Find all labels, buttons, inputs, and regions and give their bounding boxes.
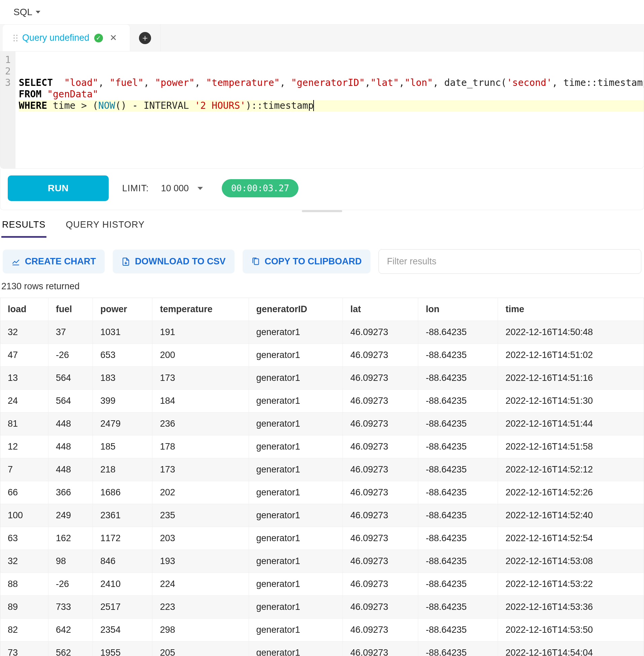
tab-results[interactable]: RESULTS — [1, 216, 46, 238]
column-header[interactable]: lon — [418, 298, 498, 321]
query-tab-active[interactable]: Query undefined ✓ ✕ — [3, 25, 130, 51]
sql-editor[interactable]: 123 SELECT "load", "fuel", "power", "tem… — [0, 51, 644, 169]
check-icon: ✓ — [94, 34, 103, 42]
table-cell: 46.09273 — [343, 413, 418, 435]
svg-rect-1 — [254, 259, 258, 264]
table-row[interactable]: 7448218173generator146.09273-88.64235202… — [0, 458, 644, 481]
table-cell: 46.09273 — [343, 619, 418, 641]
table-cell: 236 — [153, 413, 249, 435]
create-chart-label: CREATE CHART — [25, 256, 96, 267]
table-cell: 564 — [48, 390, 93, 413]
limit-value: 10 000 — [161, 183, 189, 194]
table-cell: generator1 — [249, 413, 343, 435]
table-cell: 2022-12-16T14:52:26 — [498, 481, 644, 504]
table-row[interactable]: 735621955205generator146.09273-88.642352… — [0, 641, 644, 656]
code-line[interactable]: SELECT "load", "fuel", "power", "tempera… — [19, 77, 644, 89]
code-line[interactable]: WHERE time > (NOW() - INTERVAL '2 HOURS'… — [19, 100, 644, 111]
table-row[interactable]: 3298846193generator146.09273-88.64235202… — [0, 550, 644, 573]
table-row[interactable]: 88-262410224generator146.09273-88.642352… — [0, 573, 644, 596]
run-button[interactable]: RUN — [8, 175, 109, 201]
table-cell: 100 — [0, 504, 48, 527]
table-row[interactable]: 32371031191generator146.09273-88.6423520… — [0, 321, 644, 344]
tab-query-history[interactable]: QUERY HISTORY — [65, 216, 146, 238]
table-cell: 88 — [0, 573, 48, 596]
column-header[interactable]: time — [498, 298, 644, 321]
copy-clipboard-button[interactable]: COPY TO CLIPBOARD — [243, 249, 371, 274]
table-cell: -88.64235 — [418, 573, 498, 596]
query-tabs: Query undefined ✓ ✕ ＋ — [0, 25, 644, 51]
table-row[interactable]: 814482479236generator146.09273-88.642352… — [0, 413, 644, 435]
table-cell: 46.09273 — [343, 458, 418, 481]
table-cell: -88.64235 — [418, 619, 498, 641]
table-cell: generator1 — [249, 367, 343, 390]
table-cell: 203 — [153, 527, 249, 550]
column-header[interactable]: generatorID — [249, 298, 343, 321]
table-cell: 399 — [93, 390, 153, 413]
table-cell: 448 — [48, 435, 93, 458]
limit-selector[interactable]: LIMIT: 10 000 — [122, 180, 208, 196]
table-cell: generator1 — [249, 390, 343, 413]
table-row[interactable]: 12448185178generator146.09273-88.6423520… — [0, 435, 644, 458]
table-cell: 98 — [48, 550, 93, 573]
table-cell: generator1 — [249, 321, 343, 344]
table-cell: 200 — [153, 344, 249, 367]
filter-results-input[interactable] — [378, 249, 641, 274]
table-row[interactable]: 24564399184generator146.09273-88.6423520… — [0, 390, 644, 413]
result-actions: CREATE CHART DOWNLOAD TO CSV COPY TO CLI… — [0, 238, 644, 278]
table-row[interactable]: 826422354298generator146.09273-88.642352… — [0, 619, 644, 641]
table-cell: generator1 — [249, 504, 343, 527]
table-cell: 224 — [153, 573, 249, 596]
table-header-row: loadfuelpowertemperaturegeneratorIDlatlo… — [0, 298, 644, 321]
column-header[interactable]: load — [0, 298, 48, 321]
table-cell: -88.64235 — [418, 481, 498, 504]
table-cell: generator1 — [249, 458, 343, 481]
table-row[interactable]: 631621172203generator146.09273-88.642352… — [0, 527, 644, 550]
code-line[interactable]: FROM "genData" — [19, 89, 644, 100]
table-row[interactable]: 663661686202generator146.09273-88.642352… — [0, 481, 644, 504]
create-chart-button[interactable]: CREATE CHART — [3, 249, 105, 274]
table-row[interactable]: 13564183173generator146.09273-88.6423520… — [0, 367, 644, 390]
table-cell: -88.64235 — [418, 367, 498, 390]
drag-handle-icon[interactable] — [14, 35, 18, 41]
table-cell: 46.09273 — [343, 321, 418, 344]
language-label: SQL — [14, 7, 32, 18]
top-bar: SQL — [0, 0, 644, 25]
column-header[interactable]: power — [93, 298, 153, 321]
table-cell: 1172 — [93, 527, 153, 550]
table-cell: 2022-12-16T14:51:02 — [498, 344, 644, 367]
code-area[interactable]: SELECT "load", "fuel", "power", "tempera… — [16, 51, 644, 168]
download-csv-button[interactable]: DOWNLOAD TO CSV — [113, 249, 234, 274]
table-cell: 46.09273 — [343, 344, 418, 367]
column-header[interactable]: temperature — [153, 298, 249, 321]
column-header[interactable]: lat — [343, 298, 418, 321]
table-cell: 46.09273 — [343, 390, 418, 413]
plus-icon: ＋ — [139, 32, 151, 44]
table-row[interactable]: 1002492361235generator146.09273-88.64235… — [0, 504, 644, 527]
limit-label: LIMIT: — [122, 183, 149, 194]
table-cell: 2022-12-16T14:52:40 — [498, 504, 644, 527]
close-tab-button[interactable]: ✕ — [108, 33, 119, 43]
horizontal-resize-handle[interactable] — [0, 210, 644, 212]
rows-returned-label: 2130 rows returned — [0, 278, 644, 298]
results-table: loadfuelpowertemperaturegeneratorIDlatlo… — [0, 298, 644, 656]
table-cell: 2022-12-16T14:51:16 — [498, 367, 644, 390]
table-cell: 46.09273 — [343, 596, 418, 619]
table-row[interactable]: 47-26653200generator146.09273-88.6423520… — [0, 344, 644, 367]
table-cell: 66 — [0, 481, 48, 504]
table-cell: -88.64235 — [418, 344, 498, 367]
line-number-gutter: 123 — [0, 51, 16, 168]
table-cell: 73 — [0, 641, 48, 656]
table-cell: 2361 — [93, 504, 153, 527]
table-cell: generator1 — [249, 527, 343, 550]
table-cell: 642 — [48, 619, 93, 641]
language-selector[interactable]: SQL — [14, 7, 40, 18]
add-tab-button[interactable]: ＋ — [130, 25, 161, 51]
table-cell: 562 — [48, 641, 93, 656]
table-cell: 89 — [0, 596, 48, 619]
table-cell: 46.09273 — [343, 367, 418, 390]
table-cell: 183 — [93, 367, 153, 390]
column-header[interactable]: fuel — [48, 298, 93, 321]
download-icon — [121, 257, 130, 266]
table-row[interactable]: 897332517223generator146.09273-88.642352… — [0, 596, 644, 619]
download-csv-label: DOWNLOAD TO CSV — [135, 256, 226, 267]
